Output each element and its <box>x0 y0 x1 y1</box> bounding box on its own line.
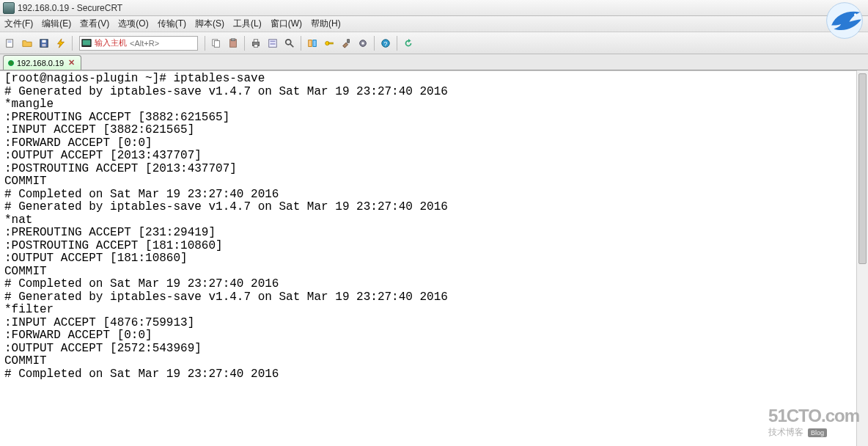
session-tab-label: 192.168.0.19 <box>17 59 64 67</box>
print-icon[interactable] <box>249 36 263 51</box>
copy-icon[interactable] <box>209 36 224 51</box>
key-icon[interactable] <box>322 36 336 51</box>
svg-rect-22 <box>309 40 312 46</box>
toolbar-separator <box>205 36 205 51</box>
lightning-icon[interactable] <box>54 36 68 51</box>
menu-script[interactable]: 脚本(S) <box>195 18 224 30</box>
menu-transfer[interactable]: 传输(T) <box>158 18 186 30</box>
host-label: 输入主机 <box>93 37 128 48</box>
session-tab-active[interactable]: 192.168.0.19 ✕ <box>3 55 81 70</box>
host-input-group: 输入主机 <box>79 36 198 51</box>
terminal-viewport[interactable]: [root@nagios-plugin ~]# iptables-save # … <box>0 70 868 446</box>
menu-bar: 文件(F) 编辑(E) 查看(V) 选项(O) 传输(T) 脚本(S) 工具(L… <box>0 16 868 32</box>
toolbar-separator <box>301 36 301 51</box>
svg-rect-11 <box>214 40 219 47</box>
save-icon[interactable] <box>37 36 51 51</box>
svg-point-20 <box>286 39 291 44</box>
toolbar-separator <box>244 36 245 51</box>
menu-options[interactable]: 选项(O) <box>118 18 148 30</box>
toolbar-separator <box>72 36 73 51</box>
gear-icon[interactable] <box>356 36 370 51</box>
svg-rect-26 <box>347 39 350 42</box>
svg-rect-16 <box>254 44 257 47</box>
paste-icon[interactable] <box>226 36 240 51</box>
status-dot-connected-icon <box>8 60 14 66</box>
svg-rect-19 <box>271 43 276 45</box>
svg-rect-18 <box>271 40 276 42</box>
terminal-icon <box>81 38 92 48</box>
transfer-icon[interactable] <box>305 36 320 51</box>
svg-text:?: ? <box>384 40 388 47</box>
menu-tools[interactable]: 工具(L) <box>233 18 262 30</box>
svg-rect-6 <box>42 40 45 43</box>
vertical-scrollbar[interactable] <box>856 70 868 446</box>
host-input[interactable] <box>130 39 196 48</box>
properties-icon[interactable] <box>265 36 280 51</box>
svg-rect-3 <box>8 40 12 41</box>
svg-rect-25 <box>328 43 333 44</box>
window-titlebar: 192.168.0.19 - SecureCRT <box>0 0 868 16</box>
close-tab-icon[interactable]: ✕ <box>67 58 76 67</box>
svg-rect-2 <box>7 39 13 47</box>
tools-icon[interactable] <box>339 36 353 51</box>
menu-view[interactable]: 查看(V) <box>80 18 109 30</box>
svg-rect-9 <box>83 40 91 45</box>
help-icon[interactable]: ? <box>378 36 393 51</box>
menu-help[interactable]: 帮助(H) <box>311 18 341 30</box>
new-session-icon[interactable] <box>3 36 18 51</box>
toolbar-separator <box>397 36 397 51</box>
session-tabbar: 192.168.0.19 ✕ <box>0 54 868 70</box>
svg-rect-23 <box>313 40 316 46</box>
refresh-icon[interactable] <box>401 36 416 51</box>
menu-file[interactable]: 文件(F) <box>4 18 33 30</box>
toolbar-separator <box>374 36 375 51</box>
svg-point-28 <box>361 42 364 45</box>
toolbar: 输入主机 ? <box>0 32 868 54</box>
menu-window[interactable]: 窗口(W) <box>271 18 302 30</box>
window-title: 192.168.0.19 - SecureCRT <box>18 3 122 13</box>
app-logo-bird-icon <box>825 1 864 40</box>
svg-line-21 <box>290 43 293 46</box>
open-folder-icon[interactable] <box>20 36 34 51</box>
svg-rect-15 <box>254 39 257 42</box>
app-icon <box>3 2 15 14</box>
menu-edit[interactable]: 编辑(E) <box>42 18 71 30</box>
svg-point-1 <box>854 13 856 15</box>
svg-rect-4 <box>8 42 12 43</box>
find-icon[interactable] <box>282 36 297 51</box>
svg-rect-7 <box>42 43 45 46</box>
scrollbar-thumb[interactable] <box>858 73 867 264</box>
svg-rect-13 <box>231 38 235 40</box>
